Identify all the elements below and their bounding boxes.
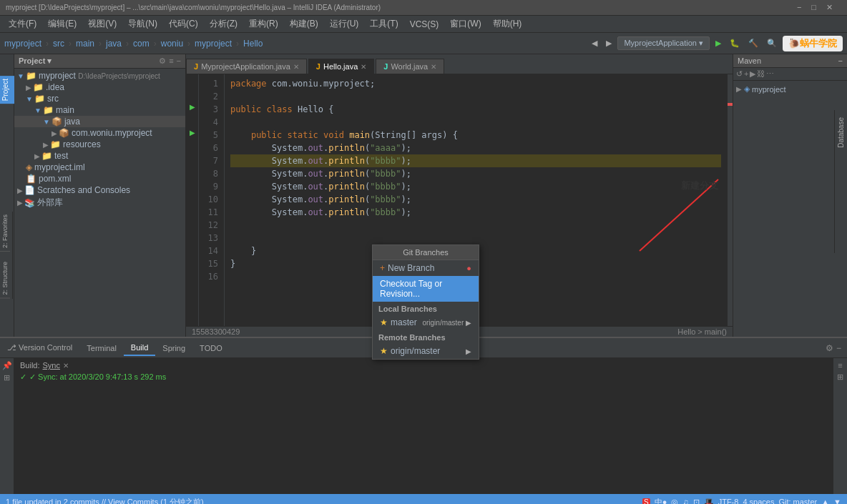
menu-analyze[interactable]: 分析(Z) [204,16,243,31]
tree-item-scratches[interactable]: ▶ 📄 Scratches and Consoles [14,184,185,196]
tab-close-2[interactable]: ✕ [361,63,366,71]
tab-hello[interactable]: J Hello.java ✕ [308,59,374,74]
bottom-expand-icon[interactable]: ⊞ [837,372,843,382]
tab-close-3[interactable]: ✕ [431,63,436,71]
menu-code[interactable]: 代码(C) [163,16,204,31]
tree-item-main[interactable]: ▼ 📁 main [14,104,185,116]
maven-item-myproject[interactable]: ▶ ◈ myproject [736,84,844,94]
search-btn[interactable]: 🔍 [764,37,780,49]
database-label[interactable]: Database [837,117,845,148]
tree-item-src[interactable]: ▼ 📁 src [14,93,185,104]
project-tree: ▼ 📁 myproject D:\IdeaProjects\myproject … [14,69,185,337]
git-status-text[interactable]: 1 file updated in 2 commits // View Comm… [6,497,204,505]
tree-item-ext-lib[interactable]: ▶ 📚 外部库 [14,196,185,209]
breadcrumb-myproject2[interactable]: myproject [195,39,232,49]
tree-item-iml[interactable]: ◈ myproject.iml [14,162,185,173]
settings-icon[interactable]: ⚙ [159,56,166,66]
bottom-tab-build[interactable]: Build [124,340,155,356]
bottom-tab-terminal[interactable]: Terminal [79,341,124,355]
menu-refactor[interactable]: 重构(R) [243,16,284,31]
down-icon[interactable]: ▼ [833,498,841,504]
menu-view[interactable]: 视图(V) [82,16,122,31]
tree-item-java[interactable]: ▼ 📦 java [14,116,185,127]
maximize-btn[interactable]: □ [811,3,816,12]
minimize-btn[interactable]: − [797,3,801,12]
version-control-icon: ⎇ [7,343,16,352]
maven-refresh-icon[interactable]: ↺ [736,69,743,79]
maven-more-icon[interactable]: ⋯ [766,69,774,79]
project-title: Project ▾ [19,56,52,66]
structure-tab[interactable]: 2: Structure [0,259,10,299]
tab-world[interactable]: J World.java ✕ [376,59,444,74]
menu-run[interactable]: 运行(U) [324,16,365,31]
tree-item-test[interactable]: ▶ 📁 test [14,150,185,162]
bottom-tab-version-control[interactable]: ⎇ Version Control [0,340,79,355]
build-btn[interactable]: 🔨 [745,37,761,49]
bottom-pin-icon[interactable]: 📌 [2,361,12,370]
menu-vcs[interactable]: VCS(S) [404,18,445,31]
bottom-filter-icon[interactable]: ⊞ [4,373,10,382]
minus-icon[interactable]: − [177,56,181,66]
menu-tools[interactable]: 工具(T) [364,16,403,31]
annotation-container: 新建分支 [539,179,718,267]
grid-icon[interactable]: ⊡ [693,498,700,505]
breadcrumb-src[interactable]: src [53,39,64,49]
run-arrow-line5[interactable]: ▶ [190,129,195,142]
music-icon[interactable]: ♫ [682,498,688,504]
run-btn[interactable]: ▶ [713,37,724,49]
tree-item-resources[interactable]: ▶ 📁 resources [14,139,185,150]
back-btn[interactable]: ◀ [589,37,600,49]
git-item-master[interactable]: ★ master origin/master ▶ [373,315,479,330]
maven-run-icon[interactable]: ▶ [750,69,755,79]
breadcrumb-woniu[interactable]: woniu [161,39,183,49]
zh-icon[interactable]: 中● [655,497,667,505]
title-text: myproject [D:\IdeaProjects\myproject] – … [6,4,381,11]
editor-scrollbar[interactable] [727,74,733,326]
bottom-tab-spring[interactable]: Spring [155,341,192,355]
breadcrumb-hello[interactable]: Hello [243,39,263,49]
encoding-label[interactable]: JTF-8 [718,498,739,504]
tabs-bar: J MyprojectApplication.java ✕ J Hello.ja… [186,54,733,74]
run-arrow-line3[interactable]: ▶ [190,103,195,116]
menu-help[interactable]: 帮助(H) [487,16,528,31]
close-btn[interactable]: ✕ [826,3,833,12]
up-icon[interactable]: ▲ [821,498,829,504]
forward-btn[interactable]: ▶ [603,37,615,49]
maven-link-icon[interactable]: ⛓ [757,69,765,79]
bottom-minimize-icon[interactable]: − [836,343,841,353]
maven-minimize-icon[interactable]: − [838,56,843,65]
breadcrumb-com[interactable]: com [133,39,150,49]
tab-myprojectapplication[interactable]: J MyprojectApplication.java ✕ [186,59,307,74]
bottom-tab-todo[interactable]: TODO [192,341,230,355]
tree-item-package[interactable]: ▶ 📦 com.woniu.myproject [14,127,185,139]
hat-icon[interactable]: 🎩 [704,498,714,505]
git-item-origin-master[interactable]: ★ origin/master ▶ [373,343,479,359]
maven-add-icon[interactable]: + [744,69,748,79]
run-config-selector[interactable]: MyprojectApplication ▾ [617,36,710,50]
tree-item-idea[interactable]: ▶ 📁 .idea [14,81,185,93]
audio-icon[interactable]: ◎ [671,498,678,505]
gear-icon[interactable]: ≡ [169,56,173,66]
sync-close-icon[interactable]: ✕ [63,362,69,370]
tree-item-pom[interactable]: 📋 pom.xml [14,173,185,184]
git-item-checkout[interactable]: Checkout Tag or Revision... [373,276,479,302]
bottom-settings-icon[interactable]: ⚙ [826,343,833,353]
spaces-label[interactable]: 4 spaces [743,498,774,504]
tab-close-1[interactable]: ✕ [293,63,299,71]
menu-build[interactable]: 构建(B) [284,16,324,31]
menu-edit[interactable]: 编辑(E) [42,16,82,31]
favorites-tab[interactable]: 2: Favorites [0,212,10,252]
menu-nav[interactable]: 导航(N) [122,16,163,31]
debug-btn[interactable]: 🐛 [727,37,743,49]
menu-window[interactable]: 窗口(W) [444,16,486,31]
sync-label[interactable]: Sync [43,361,60,370]
project-tab-label[interactable]: Project [0,76,14,104]
breadcrumb-myproject[interactable]: myproject [4,39,41,49]
git-item-new-branch[interactable]: + New Branch ● [373,260,479,276]
breadcrumb-main[interactable]: main [76,39,94,49]
breadcrumb-java[interactable]: java [106,39,122,49]
git-branch-label[interactable]: Git: master [778,498,817,504]
bottom-sort-icon[interactable]: ≡ [838,361,842,370]
menu-file[interactable]: 文件(F) [3,16,42,31]
tree-item-root[interactable]: ▼ 📁 myproject D:\IdeaProjects\myproject [14,70,185,81]
